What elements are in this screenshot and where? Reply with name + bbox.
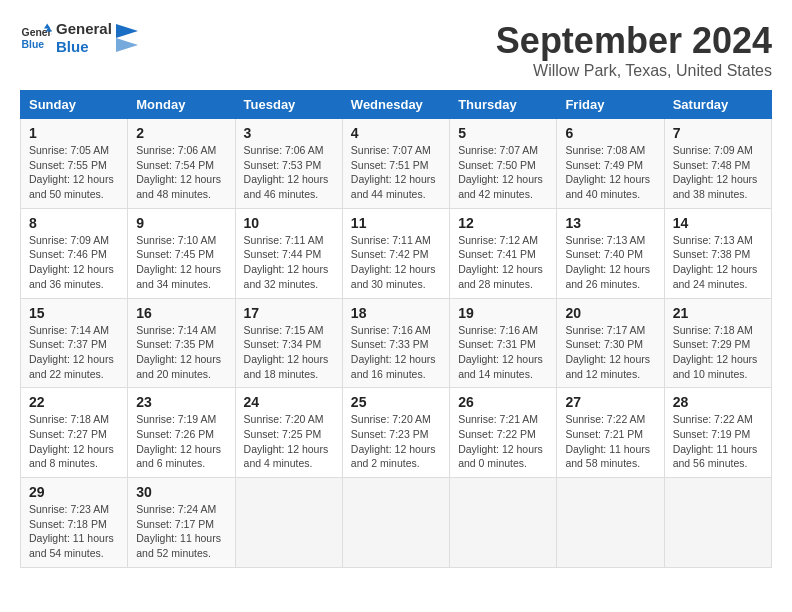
calendar-cell: 6 Sunrise: 7:08 AMSunset: 7:49 PMDayligh… (557, 119, 664, 209)
day-number: 23 (136, 394, 226, 410)
calendar-cell: 20 Sunrise: 7:17 AMSunset: 7:30 PMDaylig… (557, 298, 664, 388)
day-number: 19 (458, 305, 548, 321)
header-wednesday: Wednesday (342, 91, 449, 119)
calendar-cell: 27 Sunrise: 7:22 AMSunset: 7:21 PMDaylig… (557, 388, 664, 478)
header-thursday: Thursday (450, 91, 557, 119)
day-number: 2 (136, 125, 226, 141)
calendar-cell: 19 Sunrise: 7:16 AMSunset: 7:31 PMDaylig… (450, 298, 557, 388)
calendar-header: Sunday Monday Tuesday Wednesday Thursday… (21, 91, 772, 119)
day-detail: Sunrise: 7:24 AMSunset: 7:17 PMDaylight:… (136, 502, 226, 561)
logo: General Blue General Blue (20, 20, 138, 56)
day-number: 30 (136, 484, 226, 500)
calendar-table: Sunday Monday Tuesday Wednesday Thursday… (20, 90, 772, 568)
calendar-cell: 21 Sunrise: 7:18 AMSunset: 7:29 PMDaylig… (664, 298, 771, 388)
day-detail: Sunrise: 7:07 AMSunset: 7:51 PMDaylight:… (351, 143, 441, 202)
header-saturday: Saturday (664, 91, 771, 119)
svg-text:Blue: Blue (22, 39, 45, 50)
day-detail: Sunrise: 7:06 AMSunset: 7:53 PMDaylight:… (244, 143, 334, 202)
day-number: 7 (673, 125, 763, 141)
day-detail: Sunrise: 7:13 AMSunset: 7:40 PMDaylight:… (565, 233, 655, 292)
day-number: 17 (244, 305, 334, 321)
day-number: 6 (565, 125, 655, 141)
day-detail: Sunrise: 7:19 AMSunset: 7:26 PMDaylight:… (136, 412, 226, 471)
day-detail: Sunrise: 7:09 AMSunset: 7:46 PMDaylight:… (29, 233, 119, 292)
header-sunday: Sunday (21, 91, 128, 119)
calendar-cell: 2 Sunrise: 7:06 AMSunset: 7:54 PMDayligh… (128, 119, 235, 209)
calendar-cell: 28 Sunrise: 7:22 AMSunset: 7:19 PMDaylig… (664, 388, 771, 478)
day-detail: Sunrise: 7:16 AMSunset: 7:31 PMDaylight:… (458, 323, 548, 382)
calendar-cell (557, 478, 664, 568)
calendar-cell: 1 Sunrise: 7:05 AMSunset: 7:55 PMDayligh… (21, 119, 128, 209)
calendar-cell: 23 Sunrise: 7:19 AMSunset: 7:26 PMDaylig… (128, 388, 235, 478)
day-detail: Sunrise: 7:11 AMSunset: 7:42 PMDaylight:… (351, 233, 441, 292)
day-detail: Sunrise: 7:20 AMSunset: 7:23 PMDaylight:… (351, 412, 441, 471)
day-detail: Sunrise: 7:16 AMSunset: 7:33 PMDaylight:… (351, 323, 441, 382)
calendar-cell: 13 Sunrise: 7:13 AMSunset: 7:40 PMDaylig… (557, 208, 664, 298)
day-detail: Sunrise: 7:08 AMSunset: 7:49 PMDaylight:… (565, 143, 655, 202)
day-detail: Sunrise: 7:14 AMSunset: 7:35 PMDaylight:… (136, 323, 226, 382)
day-number: 11 (351, 215, 441, 231)
day-number: 18 (351, 305, 441, 321)
calendar-cell: 22 Sunrise: 7:18 AMSunset: 7:27 PMDaylig… (21, 388, 128, 478)
svg-marker-2 (44, 24, 50, 29)
calendar-cell: 30 Sunrise: 7:24 AMSunset: 7:17 PMDaylig… (128, 478, 235, 568)
day-number: 25 (351, 394, 441, 410)
logo-line2: Blue (56, 38, 112, 56)
title-block: September 2024 Willow Park, Texas, Unite… (496, 20, 772, 80)
calendar-cell (235, 478, 342, 568)
calendar-cell: 15 Sunrise: 7:14 AMSunset: 7:37 PMDaylig… (21, 298, 128, 388)
day-detail: Sunrise: 7:21 AMSunset: 7:22 PMDaylight:… (458, 412, 548, 471)
day-detail: Sunrise: 7:18 AMSunset: 7:29 PMDaylight:… (673, 323, 763, 382)
day-number: 9 (136, 215, 226, 231)
logo-icon: General Blue (20, 22, 52, 54)
day-number: 22 (29, 394, 119, 410)
calendar-cell: 11 Sunrise: 7:11 AMSunset: 7:42 PMDaylig… (342, 208, 449, 298)
day-detail: Sunrise: 7:12 AMSunset: 7:41 PMDaylight:… (458, 233, 548, 292)
svg-marker-4 (116, 24, 138, 38)
day-detail: Sunrise: 7:18 AMSunset: 7:27 PMDaylight:… (29, 412, 119, 471)
day-number: 10 (244, 215, 334, 231)
day-number: 21 (673, 305, 763, 321)
calendar-body: 1 Sunrise: 7:05 AMSunset: 7:55 PMDayligh… (21, 119, 772, 568)
day-detail: Sunrise: 7:14 AMSunset: 7:37 PMDaylight:… (29, 323, 119, 382)
calendar-cell: 24 Sunrise: 7:20 AMSunset: 7:25 PMDaylig… (235, 388, 342, 478)
svg-marker-5 (116, 38, 138, 52)
calendar-cell: 10 Sunrise: 7:11 AMSunset: 7:44 PMDaylig… (235, 208, 342, 298)
day-number: 4 (351, 125, 441, 141)
calendar-cell: 14 Sunrise: 7:13 AMSunset: 7:38 PMDaylig… (664, 208, 771, 298)
day-number: 1 (29, 125, 119, 141)
day-detail: Sunrise: 7:15 AMSunset: 7:34 PMDaylight:… (244, 323, 334, 382)
calendar-cell: 16 Sunrise: 7:14 AMSunset: 7:35 PMDaylig… (128, 298, 235, 388)
logo-line1: General (56, 20, 112, 38)
calendar-cell: 5 Sunrise: 7:07 AMSunset: 7:50 PMDayligh… (450, 119, 557, 209)
day-number: 29 (29, 484, 119, 500)
calendar-cell: 7 Sunrise: 7:09 AMSunset: 7:48 PMDayligh… (664, 119, 771, 209)
header-monday: Monday (128, 91, 235, 119)
day-number: 26 (458, 394, 548, 410)
day-detail: Sunrise: 7:17 AMSunset: 7:30 PMDaylight:… (565, 323, 655, 382)
day-number: 13 (565, 215, 655, 231)
day-detail: Sunrise: 7:22 AMSunset: 7:21 PMDaylight:… (565, 412, 655, 471)
day-number: 15 (29, 305, 119, 321)
day-detail: Sunrise: 7:06 AMSunset: 7:54 PMDaylight:… (136, 143, 226, 202)
main-title: September 2024 (496, 20, 772, 62)
day-number: 5 (458, 125, 548, 141)
day-number: 28 (673, 394, 763, 410)
header-friday: Friday (557, 91, 664, 119)
day-detail: Sunrise: 7:23 AMSunset: 7:18 PMDaylight:… (29, 502, 119, 561)
day-number: 20 (565, 305, 655, 321)
day-number: 14 (673, 215, 763, 231)
calendar-cell: 17 Sunrise: 7:15 AMSunset: 7:34 PMDaylig… (235, 298, 342, 388)
day-detail: Sunrise: 7:10 AMSunset: 7:45 PMDaylight:… (136, 233, 226, 292)
subtitle: Willow Park, Texas, United States (496, 62, 772, 80)
day-detail: Sunrise: 7:22 AMSunset: 7:19 PMDaylight:… (673, 412, 763, 471)
day-number: 3 (244, 125, 334, 141)
calendar-cell: 4 Sunrise: 7:07 AMSunset: 7:51 PMDayligh… (342, 119, 449, 209)
calendar-cell: 25 Sunrise: 7:20 AMSunset: 7:23 PMDaylig… (342, 388, 449, 478)
calendar-cell (664, 478, 771, 568)
day-detail: Sunrise: 7:20 AMSunset: 7:25 PMDaylight:… (244, 412, 334, 471)
day-number: 24 (244, 394, 334, 410)
calendar-cell: 18 Sunrise: 7:16 AMSunset: 7:33 PMDaylig… (342, 298, 449, 388)
calendar-cell: 3 Sunrise: 7:06 AMSunset: 7:53 PMDayligh… (235, 119, 342, 209)
day-detail: Sunrise: 7:13 AMSunset: 7:38 PMDaylight:… (673, 233, 763, 292)
